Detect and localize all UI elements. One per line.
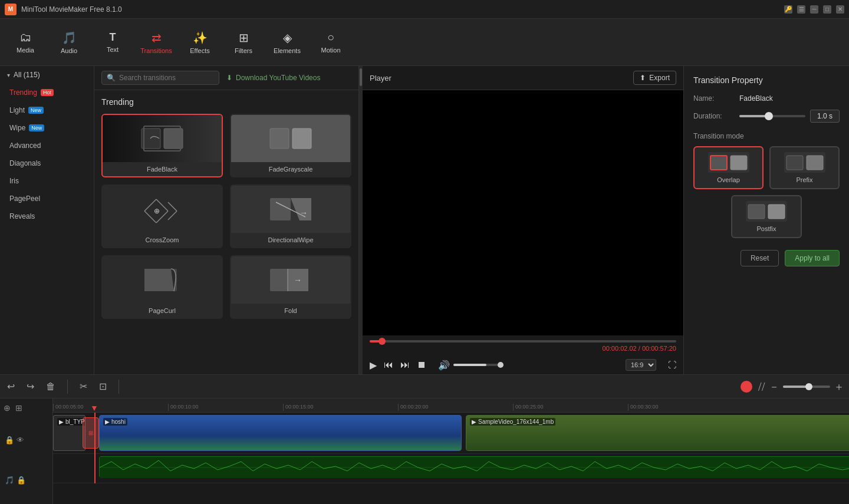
all-category-header[interactable]: ▾ All (115) xyxy=(0,66,94,84)
svg-rect-16 xyxy=(270,269,288,291)
toolbar-media[interactable]: 🗂 Media xyxy=(5,22,46,63)
zoom-slider[interactable] xyxy=(783,386,830,388)
redo-button[interactable]: ↪ xyxy=(24,378,37,394)
clip-hoshi[interactable]: ▶ hoshi xyxy=(99,415,462,451)
category-light[interactable]: Light New xyxy=(0,101,94,119)
export-icon: ⬆ xyxy=(640,74,646,82)
video-track-lock-icon[interactable]: 🔒 xyxy=(5,436,14,444)
volume-icon[interactable]: 🔊 xyxy=(438,360,450,371)
zoom-in-button[interactable]: ＋ xyxy=(834,380,844,394)
volume-thumb xyxy=(498,362,504,368)
minimize-button[interactable]: ─ xyxy=(810,5,818,14)
audio-track-icon[interactable]: 🎵 xyxy=(5,476,14,485)
audio-track-row xyxy=(53,454,849,483)
crop-button[interactable]: ⊡ xyxy=(97,378,109,394)
aspect-ratio-select[interactable]: 16:9 4:3 1:1 9:16 xyxy=(626,359,656,371)
toolbar-sep-2 xyxy=(119,380,119,394)
category-diagonals[interactable]: Diagonals xyxy=(0,154,94,172)
effects-icon: ✨ xyxy=(193,31,208,45)
key-icon[interactable]: 🔑 xyxy=(784,5,792,14)
audio-clip[interactable] xyxy=(99,456,849,477)
menu-icon[interactable]: ☰ xyxy=(797,5,805,14)
download-icon: ⬇ xyxy=(226,74,232,82)
progress-fill xyxy=(370,340,382,342)
clip-bl-type[interactable]: ▶ bl_TYPE xyxy=(53,415,85,451)
fadegray-thumb xyxy=(231,115,350,162)
toolbar-audio[interactable]: 🎵 Audio xyxy=(48,22,90,63)
audio-track-lock-icon[interactable]: 🔒 xyxy=(17,476,26,485)
motion-icon: ○ xyxy=(327,31,334,44)
apply-to-all-button[interactable]: Apply to all xyxy=(785,250,840,266)
zoom-thumb[interactable] xyxy=(805,383,812,390)
stop-button[interactable]: ⏹ xyxy=(417,360,426,370)
category-pagepeel[interactable]: PagePeel xyxy=(0,190,94,207)
transition-pagecurl[interactable]: PageCurl xyxy=(101,255,223,319)
transition-fold[interactable]: → Fold xyxy=(230,255,351,319)
light-label: Light xyxy=(9,106,25,114)
toolbar-filters[interactable]: ⊞ Filters xyxy=(223,22,264,63)
prev-frame-button[interactable]: ⏮ xyxy=(384,360,393,370)
category-advanced[interactable]: Advanced xyxy=(0,137,94,154)
download-link[interactable]: ⬇ Download YouTube Videos xyxy=(226,74,320,82)
svg-rect-2 xyxy=(270,129,289,149)
reset-button[interactable]: Reset xyxy=(741,250,779,266)
delete-button[interactable]: 🗑 xyxy=(44,379,58,394)
toolbar-effects[interactable]: ✨ Effects xyxy=(179,22,221,63)
mode-overlap[interactable]: Overlap xyxy=(693,146,764,189)
fullscreen-button[interactable]: ⛶ xyxy=(668,360,676,370)
prefix-icon xyxy=(784,152,825,173)
svg-rect-21 xyxy=(730,156,747,170)
fadeblack-visual xyxy=(139,124,186,153)
zoom-out-button[interactable]: － xyxy=(769,380,779,394)
svg-rect-25 xyxy=(768,205,785,219)
playhead[interactable] xyxy=(94,413,96,483)
next-frame-button[interactable]: ⏭ xyxy=(400,360,410,370)
category-iris[interactable]: Iris xyxy=(0,172,94,190)
category-trending[interactable]: Trending Hot xyxy=(0,84,94,101)
zoom-fill xyxy=(783,386,807,388)
export-button[interactable]: ⬆ Export xyxy=(633,71,676,85)
toolbar-motion[interactable]: ○ Motion xyxy=(310,22,351,63)
clip-samplevideo[interactable]: ▶ SampleVideo_176x144_1mb xyxy=(466,415,849,451)
transition-fadegray[interactable]: FadeGrayscale xyxy=(230,114,351,177)
play-button[interactable]: ▶ xyxy=(370,360,377,371)
cut-button[interactable]: ✂ xyxy=(77,378,90,394)
transition-marker[interactable]: ⊞ xyxy=(83,417,99,449)
toolbar-elements[interactable]: ◈ Elements xyxy=(266,22,308,63)
media-label: Media xyxy=(17,47,34,54)
transition-crosszoom[interactable]: ⊕ CrossZoom xyxy=(101,185,223,248)
record-button[interactable] xyxy=(741,381,752,393)
category-reveals[interactable]: Reveals xyxy=(0,207,94,225)
undo-button[interactable]: ↩ xyxy=(5,378,17,394)
progress-thumb[interactable] xyxy=(379,338,386,345)
postfix-icon xyxy=(746,201,787,222)
add-track-button[interactable]: ⊕ xyxy=(2,402,12,414)
close-button[interactable]: ✕ xyxy=(836,5,844,14)
duration-slider[interactable] xyxy=(739,115,805,117)
trending-section: Trending FadeBlack xyxy=(94,90,358,326)
search-box[interactable]: 🔍 xyxy=(101,71,219,85)
search-input[interactable] xyxy=(119,74,214,82)
transition-fadeblack[interactable]: FadeBlack xyxy=(101,114,223,177)
transition-grid: FadeBlack FadeGrayscale xyxy=(101,114,351,319)
svg-line-8 xyxy=(168,202,177,211)
transition-dirwipe[interactable]: → DirectionalWipe xyxy=(230,185,351,248)
clip-bl-label: ▶ bl_TYPE xyxy=(57,418,85,426)
mode-postfix[interactable]: Postfix xyxy=(731,195,802,238)
postfix-label: Postfix xyxy=(756,225,776,232)
media-icon: 🗂 xyxy=(19,31,31,44)
category-wipe[interactable]: Wipe New xyxy=(0,119,94,137)
timeline: ⊕ ⊞ 🔒 👁 🎵 🔒 00:00:05:00 00:00:10 xyxy=(0,398,849,504)
toolbar-text[interactable]: T Text xyxy=(92,22,133,63)
copy-track-button[interactable]: ⊞ xyxy=(14,402,24,414)
restore-button[interactable]: □ xyxy=(823,5,831,14)
timeline-top-controls: ⊕ ⊞ xyxy=(2,401,50,415)
progress-bar[interactable] xyxy=(370,340,676,342)
snap-button[interactable]: ⧸⧸ xyxy=(758,381,765,391)
toolbar-transitions[interactable]: ⇄ Transitions xyxy=(136,22,177,63)
filters-icon: ⊞ xyxy=(239,31,249,45)
volume-fill xyxy=(453,364,486,366)
volume-slider[interactable] xyxy=(453,364,501,366)
video-track-eye-icon[interactable]: 👁 xyxy=(17,436,24,444)
mode-prefix[interactable]: Prefix xyxy=(769,146,840,189)
